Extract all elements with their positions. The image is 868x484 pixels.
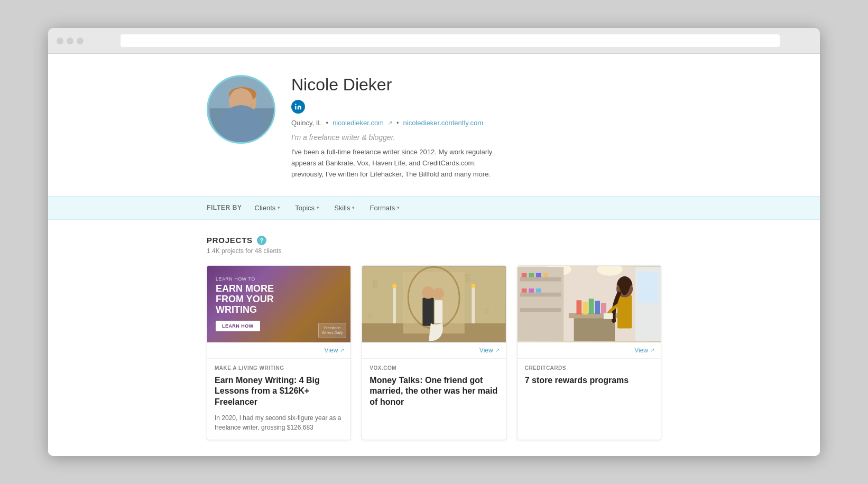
card-image-2: $ $ $ $ [362,266,505,342]
browser-window: Nicole Dieker Quincy, IL • nicoledieker.… [48,28,820,456]
card-3-view-link: View ↗ [518,342,661,359]
svg-rect-31 [520,292,561,296]
website-link-1[interactable]: nicoledieker.com [333,119,384,127]
filter-label: FILTER BY [207,204,242,211]
store-scene-svg [518,266,661,342]
filter-inner: FILTER BY Clients ▾ Topics ▾ Skills ▾ Fo… [196,203,672,213]
card-1-view-link: View ↗ [207,342,350,359]
svg-rect-41 [574,318,615,341]
minimize-button[interactable] [67,38,73,44]
linkedin-svg [294,103,302,110]
svg-rect-39 [536,288,541,292]
svg-rect-16 [435,300,443,323]
svg-text:$: $ [367,311,372,320]
svg-rect-30 [520,277,561,281]
svg-rect-38 [529,288,534,292]
filter-topics-label: Topics [295,204,315,212]
view-label-1: View [325,347,338,354]
avatar-image [208,77,274,142]
dot-separator-1: • [326,119,329,127]
promo-headline: EARN MOREFROM YOURWRITING [216,284,342,315]
card-3-source: CREDITCARDS [525,365,653,371]
filter-clients-label: Clients [255,204,276,212]
profile-name: Nicole Dieker [291,75,661,95]
close-button[interactable] [57,38,63,44]
svg-rect-32 [520,308,561,312]
svg-rect-5 [234,100,241,106]
external-link-icon-2: ↗ [495,347,500,353]
card-3-title: 7 store rewards programs [525,375,653,386]
promo-badge: FreelanceWriters Daily [318,323,347,338]
svg-rect-18 [393,287,396,323]
avatar-svg [208,77,274,142]
svg-rect-36 [543,273,548,277]
chevron-down-icon-3: ▾ [352,205,355,210]
view-label-2: View [479,347,493,354]
avatar-container [207,75,275,144]
svg-point-21 [472,284,476,288]
card-image-1: LEARN HOW TO EARN MOREFROM YOURWRITING L… [207,266,350,342]
filter-formats-label: Formats [370,204,395,212]
chevron-down-icon-2: ▾ [317,205,319,210]
card-1-body: MAKE A LIVING WRITING Earn Money Writing… [207,359,350,440]
card-2-title: Money Talks: One friend got married, the… [370,375,498,408]
location: Quincy, IL [291,119,322,127]
avatar [207,75,275,144]
svg-rect-51 [638,272,658,302]
wedding-scene-svg: $ $ $ $ [362,266,505,342]
view-label-3: View [634,347,648,354]
svg-rect-37 [521,288,527,292]
projects-count: 1.4K projects for 48 clients [207,247,661,255]
browser-chrome [48,28,820,54]
projects-section: PROJECTS ? 1.4K projects for 48 clients … [196,220,672,456]
filter-clients-button[interactable]: Clients ▾ [253,203,283,213]
card-3: View ↗ CREDITCARDS 7 store rewards progr… [517,265,661,440]
svg-text:$: $ [485,306,490,314]
svg-point-20 [393,284,397,288]
card-1-excerpt: In 2020, I had my second six-figure year… [215,413,343,432]
maximize-button[interactable] [77,38,84,44]
profile-tagline: I'm a freelance writer & blogger. [291,133,661,142]
card-1-source: MAKE A LIVING WRITING [215,365,343,371]
svg-rect-42 [576,300,581,314]
filter-skills-button[interactable]: Skills ▾ [332,203,357,213]
profile-bio: I've been a full-time freelance writer s… [291,147,503,180]
profile-section: Nicole Dieker Quincy, IL • nicoledieker.… [196,54,672,196]
card-1-title: Earn Money Writing: 4 Big Lessons from a… [215,375,343,408]
card-2-body: VOX.COM Money Talks: One friend got marr… [362,359,505,421]
view-link-3[interactable]: View ↗ [634,347,654,354]
svg-rect-35 [536,273,541,277]
browser-content: Nicole Dieker Quincy, IL • nicoledieker.… [48,54,820,456]
svg-rect-44 [588,299,594,314]
svg-text:$: $ [465,272,471,285]
svg-rect-45 [595,301,600,314]
svg-point-15 [422,286,435,299]
chevron-down-icon-4: ▾ [397,205,400,210]
filter-bar: FILTER BY Clients ▾ Topics ▾ Skills ▾ Fo… [48,196,820,220]
view-link-2[interactable]: View ↗ [479,347,500,354]
promo-learn: LEARN HOW TO [216,276,342,282]
chevron-down-icon: ▾ [278,205,280,210]
view-link-1[interactable]: View ↗ [325,347,345,354]
filter-formats-button[interactable]: Formats ▾ [367,203,402,213]
linkedin-icon[interactable] [291,100,305,114]
dot-separator-2: • [396,119,399,127]
filter-topics-button[interactable]: Topics ▾ [293,203,321,213]
card-2-view-link: View ↗ [362,342,505,359]
filter-skills-label: Skills [334,204,350,212]
svg-rect-34 [529,273,534,277]
svg-rect-46 [601,303,606,314]
svg-rect-33 [521,273,527,277]
svg-rect-14 [423,297,434,325]
website-link-2[interactable]: nicoledieker.contently.com [403,119,484,127]
svg-rect-19 [472,287,475,323]
external-link-icon-1: ↗ [340,347,344,353]
card-3-body: CREDITCARDS 7 store rewards programs [518,359,661,399]
address-bar[interactable] [121,34,780,47]
svg-rect-6 [244,100,252,106]
promo-button[interactable]: LEARN HOW [216,321,260,331]
card-2-source: VOX.COM [370,365,498,371]
help-icon[interactable]: ? [257,236,266,245]
traffic-lights [57,38,84,44]
svg-point-8 [229,87,256,102]
